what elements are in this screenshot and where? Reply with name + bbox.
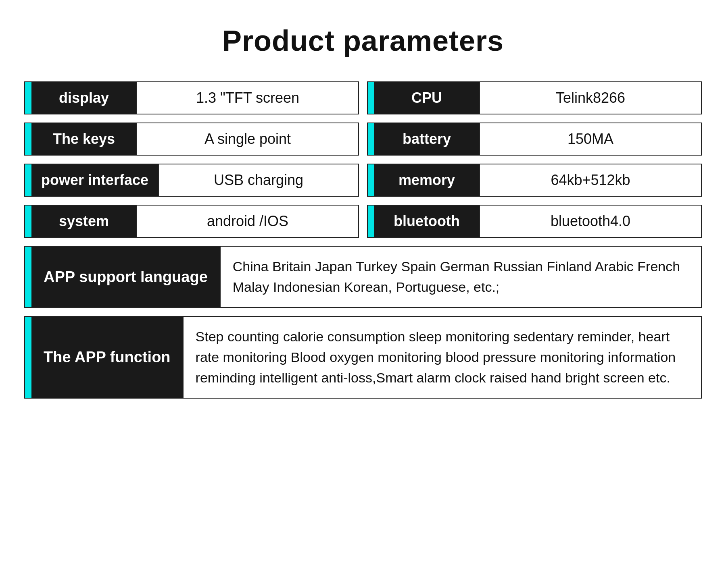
- power-interface-value: USB charging: [158, 164, 358, 196]
- memory-value: 64kb+512kb: [479, 164, 701, 196]
- keys-label: The keys: [31, 123, 136, 155]
- power-interface-label: power interface: [31, 164, 158, 196]
- cyan-bar: [25, 164, 31, 196]
- cyan-bar: [25, 82, 31, 114]
- app-function-row: The APP function Step counting calorie c…: [24, 316, 702, 399]
- grid-section: display 1.3 "TFT screen CPU Telink8266 T…: [24, 81, 702, 238]
- app-function-label: The APP function: [31, 317, 183, 398]
- display-label: display: [31, 82, 136, 114]
- bluetooth-value: bluetooth4.0: [479, 206, 701, 237]
- system-label: system: [31, 206, 136, 237]
- battery-value: 150MA: [479, 123, 701, 155]
- cyan-bar: [368, 123, 374, 155]
- bluetooth-row: bluetooth bluetooth4.0: [367, 205, 702, 238]
- battery-label: battery: [374, 123, 479, 155]
- system-value: android /IOS: [136, 206, 358, 237]
- page-title: Product parameters: [222, 24, 504, 57]
- cyan-bar: [368, 206, 374, 237]
- battery-row: battery 150MA: [367, 123, 702, 156]
- cyan-bar: [25, 206, 31, 237]
- cyan-bar: [368, 82, 374, 114]
- system-row: system android /IOS: [24, 205, 359, 238]
- cyan-bar: [368, 164, 374, 196]
- app-support-label: APP support language: [31, 247, 220, 307]
- memory-label: memory: [374, 164, 479, 196]
- cpu-row: CPU Telink8266: [367, 81, 702, 114]
- cyan-bar: [25, 317, 31, 398]
- keys-value: A single point: [136, 123, 358, 155]
- cpu-label: CPU: [374, 82, 479, 114]
- bluetooth-label: bluetooth: [374, 206, 479, 237]
- display-row: display 1.3 "TFT screen: [24, 81, 359, 114]
- cyan-bar: [25, 247, 31, 307]
- app-function-value: Step counting calorie consumption sleep …: [183, 317, 701, 398]
- keys-row: The keys A single point: [24, 123, 359, 156]
- memory-row: memory 64kb+512kb: [367, 164, 702, 197]
- power-interface-row: power interface USB charging: [24, 164, 359, 197]
- cpu-value: Telink8266: [479, 82, 701, 114]
- app-support-value: China Britain Japan Turkey Spain German …: [220, 247, 701, 307]
- cyan-bar: [25, 123, 31, 155]
- app-support-row: APP support language China Britain Japan…: [24, 246, 702, 308]
- display-value: 1.3 "TFT screen: [136, 82, 358, 114]
- params-container: display 1.3 "TFT screen CPU Telink8266 T…: [24, 81, 702, 399]
